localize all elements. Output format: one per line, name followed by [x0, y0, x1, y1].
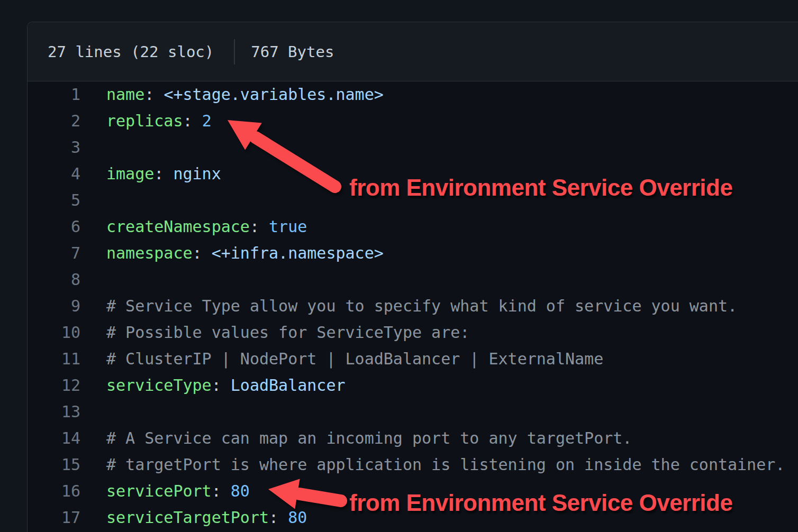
code-body: 1name: <+stage.variables.name>2replicas:… — [28, 81, 798, 531]
code-text: # ClusterIP | NodePort | LoadBalancer | … — [80, 346, 603, 372]
line-number[interactable]: 11 — [28, 346, 80, 372]
line-number[interactable]: 4 — [28, 161, 80, 187]
line-number[interactable]: 14 — [28, 425, 80, 452]
code-line: 8 — [28, 267, 798, 293]
line-number[interactable]: 12 — [28, 372, 80, 399]
line-number[interactable]: 5 — [28, 187, 80, 214]
code-text: # targetPort is where application is lis… — [80, 452, 785, 478]
code-text: createNamespace: true — [80, 214, 307, 240]
code-text: serviceType: LoadBalancer — [80, 372, 346, 399]
code-text: # A Service can map an incoming port to … — [80, 425, 632, 452]
code-text: # Service Type allow you to specify what… — [80, 293, 737, 319]
line-number[interactable]: 8 — [28, 267, 80, 293]
file-card: 27 lines (22 sloc) 767 Bytes 1name: <+st… — [27, 22, 798, 532]
code-text: name: <+stage.variables.name> — [80, 81, 384, 108]
line-number[interactable]: 7 — [28, 240, 80, 267]
line-number[interactable]: 10 — [28, 319, 80, 346]
code-line: 15# targetPort is where application is l… — [28, 452, 798, 478]
file-lines-info: 27 lines (22 sloc) — [48, 43, 214, 61]
file-size: 767 Bytes — [251, 43, 334, 61]
line-number[interactable]: 15 — [28, 452, 80, 478]
code-text: # Possible values for ServiceType are: — [80, 319, 469, 346]
line-number[interactable]: 17 — [28, 505, 80, 531]
code-line: 10# Possible values for ServiceType are: — [28, 319, 798, 346]
code-text: image: nginx — [80, 161, 221, 187]
line-number[interactable]: 1 — [28, 81, 80, 108]
header-divider — [234, 39, 235, 65]
code-text: replicas: 2 — [80, 108, 212, 134]
code-text: serviceTargetPort: 80 — [80, 505, 307, 531]
code-line: 12serviceType: LoadBalancer — [28, 372, 798, 399]
code-text — [80, 187, 106, 214]
code-text: servicePort: 80 — [80, 478, 250, 505]
code-line: 11# ClusterIP | NodePort | LoadBalancer … — [28, 346, 798, 372]
code-text — [80, 267, 106, 293]
code-text: namespace: <+infra.namespace> — [80, 240, 384, 267]
line-number[interactable]: 9 — [28, 293, 80, 319]
code-line: 6createNamespace: true — [28, 214, 798, 240]
code-line: 3 — [28, 134, 798, 161]
line-number[interactable]: 6 — [28, 214, 80, 240]
annotation-text-service-port: from Environment Service Override — [349, 490, 732, 516]
line-number[interactable]: 2 — [28, 108, 80, 134]
code-line: 9# Service Type allow you to specify wha… — [28, 293, 798, 319]
line-number[interactable]: 3 — [28, 134, 80, 161]
code-text — [80, 399, 106, 425]
code-line: 2replicas: 2 — [28, 108, 798, 134]
code-line: 13 — [28, 399, 798, 425]
file-header: 27 lines (22 sloc) 767 Bytes — [28, 22, 798, 81]
annotation-text-replicas: from Environment Service Override — [349, 175, 732, 201]
code-line: 14# A Service can map an incoming port t… — [28, 425, 798, 452]
code-line: 1name: <+stage.variables.name> — [28, 81, 798, 108]
line-number[interactable]: 13 — [28, 399, 80, 425]
code-text — [80, 134, 106, 161]
code-line: 7namespace: <+infra.namespace> — [28, 240, 798, 267]
line-number[interactable]: 16 — [28, 478, 80, 505]
